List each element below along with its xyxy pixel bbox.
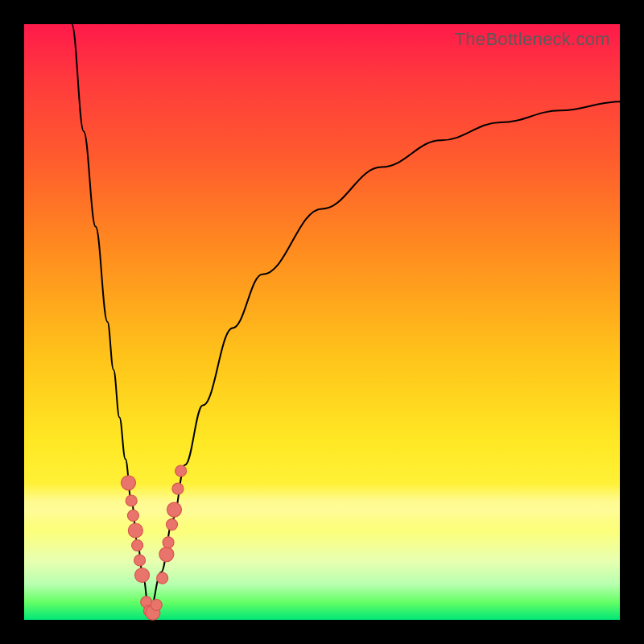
bead-point xyxy=(126,495,137,506)
bead-point xyxy=(159,547,174,562)
bead-point xyxy=(167,519,178,530)
bead-point xyxy=(157,572,168,584)
bead-point xyxy=(132,540,143,551)
bead-point xyxy=(128,523,142,538)
chart-frame: TheBottleneck.com xyxy=(0,0,644,644)
bead-point xyxy=(151,600,162,611)
curve-right-branch xyxy=(149,101,620,613)
plot-area: TheBottleneck.com xyxy=(24,24,620,620)
bead-point xyxy=(127,510,138,522)
bead-point xyxy=(134,555,146,566)
chart-svg xyxy=(24,24,620,620)
bead-point xyxy=(175,465,187,477)
bead-point xyxy=(172,483,184,494)
bead-point xyxy=(163,537,174,548)
bead-point xyxy=(135,568,150,583)
bead-point xyxy=(122,476,136,490)
bead-point xyxy=(167,502,181,517)
